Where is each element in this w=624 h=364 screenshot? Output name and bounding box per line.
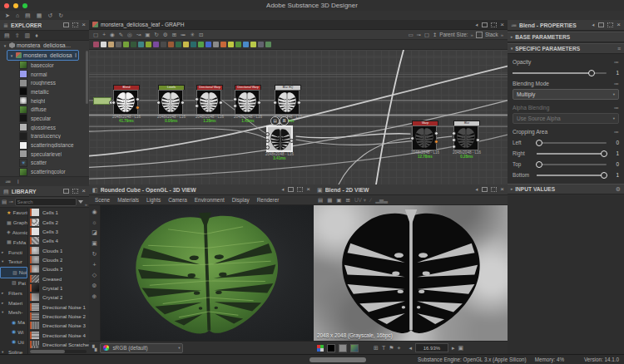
histogram-icon[interactable]: ▂▅▃ <box>375 197 388 204</box>
link-style-icon[interactable]: ↝ <box>136 32 141 38</box>
pan-icon[interactable]: + <box>102 32 106 37</box>
filter-options-icon[interactable]: ≔ <box>181 32 186 38</box>
expand-arrow-icon[interactable] <box>2 301 5 305</box>
graph-node-directional-warp-2[interactable]: Directional Warp 2048x2048 - L16 1.43ms <box>235 85 261 124</box>
palette-node-button[interactable] <box>258 42 264 47</box>
crosshair-icon[interactable]: ⌖ <box>397 345 400 351</box>
parameter-menu-icon[interactable]: ≔ <box>614 129 619 135</box>
library-category[interactable]: ★ Favorit <box>0 208 27 218</box>
info-icon[interactable]: i <box>17 179 19 184</box>
palette-node-button[interactable] <box>265 42 271 47</box>
palette-node-button[interactable] <box>168 42 174 47</box>
palette-node-button[interactable] <box>220 42 226 47</box>
palette-node-button[interactable] <box>123 42 129 47</box>
graph-tab-title[interactable]: monstera_deliciosa_leaf - GRAPH <box>101 22 184 27</box>
library-item[interactable]: Cells 1 <box>28 208 89 217</box>
library-item[interactable]: Clouds 3 <box>28 264 89 273</box>
palette-node-button[interactable] <box>213 42 219 47</box>
output-row[interactable]: specularlevel <box>0 150 89 159</box>
pin-icon[interactable] <box>591 22 597 28</box>
palette-node-button[interactable] <box>206 42 211 47</box>
link-view-icon[interactable]: ⊸ <box>8 199 12 205</box>
export-icon[interactable]: ▤ <box>318 197 323 204</box>
graph-node-blend-selected[interactable]: ▤ ⊠ 2048x2048 - L16 3.41ms <box>266 125 293 161</box>
output-row[interactable]: roughness <box>0 78 89 87</box>
frame-all-icon[interactable]: ▢ <box>93 32 98 38</box>
maximize-icon[interactable] <box>297 187 303 192</box>
badge-2d-view-icon[interactable]: ▤ <box>270 116 280 125</box>
tree-item-package[interactable]: monstera_deliciosa_leaf <box>0 41 89 50</box>
physics-icon[interactable]: ⊚ <box>92 283 97 289</box>
undo-icon[interactable]: ↺ <box>47 12 52 18</box>
crop-top-slider[interactable]: Top 0 <box>513 161 619 167</box>
menu-item[interactable]: Materials <box>117 197 139 203</box>
expand-arrow-icon[interactable] <box>2 250 5 254</box>
menu-item[interactable]: Scene <box>95 197 110 203</box>
colorspace-dropdown[interactable]: sRGB (default) <box>100 343 183 353</box>
palette-node-button[interactable] <box>228 42 234 47</box>
graph-node-blur[interactable]: Blur 2048x2048 - L16 0.28ms <box>453 121 480 160</box>
palette-node-button[interactable] <box>176 42 181 47</box>
tiling-icon[interactable]: ⊞ <box>345 197 349 204</box>
pointer-info-icon[interactable]: ✎ <box>119 32 123 38</box>
save-icon[interactable]: ▤ <box>4 32 10 39</box>
menu-item[interactable]: Camera <box>168 197 187 203</box>
grid-icon[interactable]: ⊞ <box>374 345 379 351</box>
maximize-icon[interactable] <box>491 22 497 27</box>
gizmo-scale-icon[interactable]: ◇ <box>92 272 97 278</box>
pin-icon[interactable] <box>474 187 480 193</box>
section-input-values[interactable]: INPUT VALUES ⚙ <box>508 184 624 194</box>
close-icon[interactable] <box>82 188 86 194</box>
palette-node-button[interactable] <box>250 42 256 47</box>
float-icon[interactable] <box>598 22 604 27</box>
library-item[interactable]: Clouds 2 <box>28 255 89 264</box>
library-item[interactable]: Creased <box>28 273 89 283</box>
library-item[interactable]: Directional Scratches <box>28 340 89 349</box>
graph-node-levels[interactable]: Levels 2048x2048 - L16 0.06ms <box>158 85 185 124</box>
environment-icon[interactable]: ◪ <box>92 229 97 236</box>
filter-icon[interactable] <box>78 200 83 204</box>
expand-arrow-icon[interactable] <box>2 350 5 354</box>
transform-icon[interactable]: ⊞ <box>172 32 176 38</box>
library-category[interactable]: Spline <box>0 347 27 354</box>
output-row[interactable]: height <box>0 96 89 106</box>
preview-swatch[interactable] <box>350 344 359 352</box>
maximize-icon[interactable] <box>607 22 613 27</box>
camera-icon[interactable]: ◉ <box>92 209 97 215</box>
library-item[interactable]: Directional Noise 2 <box>28 312 89 321</box>
library-category[interactable]: ◈ Atomic <box>0 228 27 238</box>
library-category[interactable]: Functi <box>0 247 27 257</box>
palette-node-button[interactable] <box>235 42 241 47</box>
output-row[interactable]: glossiness <box>0 123 89 132</box>
library-item[interactable]: Crystal 1 <box>28 283 89 293</box>
export-icon[interactable]: ⇧ <box>15 32 20 39</box>
parameter-menu-icon[interactable]: ≔ <box>614 81 619 86</box>
uv-mode-dropdown[interactable]: UV ▾ <box>354 197 366 204</box>
library-item[interactable]: Clouds 1 <box>28 245 89 254</box>
zoom-out-icon[interactable]: ◂ <box>409 345 412 351</box>
crop-bottom-slider[interactable]: Bottom 1 <box>513 172 619 178</box>
grid-snap-icon[interactable]: ⊡ <box>199 32 203 38</box>
tree-filter-icon[interactable]: ≔ <box>5 179 11 185</box>
explorer-scrollbar[interactable] <box>86 51 88 104</box>
badge-compare-icon[interactable]: ⊠ <box>280 116 289 125</box>
float-icon[interactable] <box>482 187 488 192</box>
tree-item-graph-selected[interactable]: monstera_deliciosa_l <box>7 50 79 61</box>
slope-tool-icon[interactable]: ∕ <box>370 197 371 203</box>
palette-node-button[interactable] <box>191 42 196 47</box>
library-category[interactable]: Filters <box>0 288 27 298</box>
stack-checkbox[interactable] <box>476 32 483 38</box>
palette-node-button[interactable] <box>101 42 106 47</box>
palette-node-button[interactable] <box>116 42 121 47</box>
library-category[interactable]: Textur <box>0 257 27 267</box>
float-icon[interactable] <box>288 187 294 192</box>
new-package-icon[interactable]: ⌂ <box>16 12 19 18</box>
mid-gray-swatch[interactable] <box>339 344 347 352</box>
frame-icon[interactable]: ▢ <box>424 32 429 37</box>
opacity-slider[interactable]: 1 <box>513 70 619 76</box>
node-thumbnails-icon[interactable]: ▣ <box>145 32 150 38</box>
palette-node-button[interactable] <box>161 42 166 47</box>
expand-arrow-icon[interactable] <box>2 291 5 295</box>
maximize-icon[interactable] <box>72 189 78 194</box>
menu-item[interactable]: Environment <box>195 197 225 203</box>
